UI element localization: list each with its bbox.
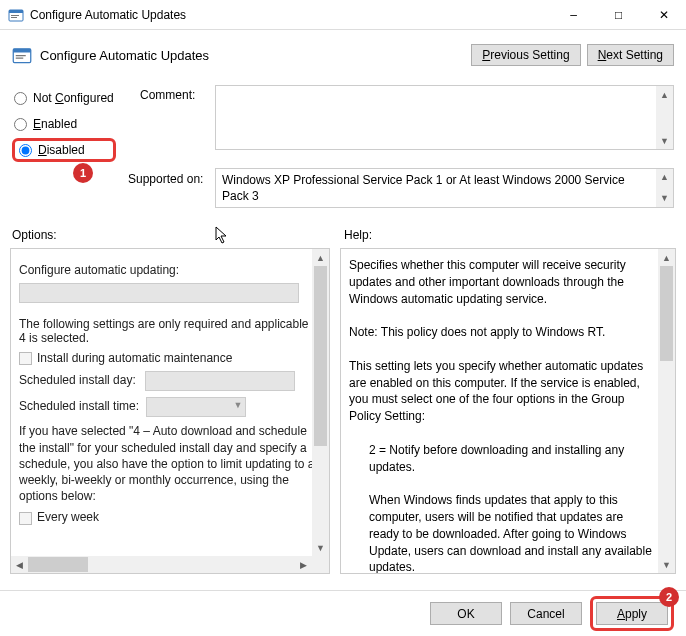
header-row: Configure Automatic Updates Previous Set…: [0, 30, 686, 74]
not-configured-label: Not Configured: [33, 91, 114, 105]
install-maintenance-checkbox: [19, 352, 32, 365]
svg-rect-1: [9, 10, 23, 13]
svg-rect-3: [11, 17, 17, 18]
svg-rect-6: [16, 55, 26, 56]
supported-on-label: Supported on:: [128, 172, 203, 186]
svg-rect-7: [16, 58, 24, 59]
close-button[interactable]: ✕: [641, 0, 686, 30]
supported-on-text: Windows XP Professional Service Pack 1 o…: [215, 168, 674, 208]
options-panel: Configure automatic updating: The follow…: [10, 248, 330, 574]
svg-rect-2: [11, 15, 19, 16]
disabled-highlight: Disabled: [12, 138, 116, 162]
help-panel: Specifies whether this computer will rec…: [340, 248, 676, 574]
disabled-label: Disabled: [38, 143, 85, 157]
enabled-label: Enabled: [33, 117, 77, 131]
help-text: 2 = Notify before downloading and instal…: [349, 442, 653, 476]
annotation-badge-2: 2: [659, 587, 679, 607]
options-text: If you have selected "4 – Auto download …: [19, 423, 321, 504]
scrollbar-horizontal[interactable]: ◀▶: [11, 556, 312, 573]
annotation-badge-1: 1: [73, 163, 93, 183]
scrollbar-vertical[interactable]: ▲▼: [656, 86, 673, 149]
titlebar: Configure Automatic Updates – □ ✕: [0, 0, 686, 30]
install-day-select: [145, 371, 295, 391]
help-text: Specifies whether this computer will rec…: [349, 257, 653, 307]
scrollbar-vertical[interactable]: ▲▼: [658, 249, 675, 573]
apply-button[interactable]: Apply: [596, 602, 668, 625]
policy-icon: [12, 45, 32, 65]
install-time-select: ▼: [146, 397, 246, 417]
options-text: The following settings are only required…: [19, 317, 321, 345]
scroll-corner: [312, 556, 329, 573]
scrollbar-vertical[interactable]: ▲▼: [312, 249, 329, 556]
scrollbar-vertical[interactable]: ▲▼: [656, 169, 673, 207]
header-title: Configure Automatic Updates: [40, 48, 465, 63]
comment-label: Comment:: [140, 88, 195, 102]
ok-button[interactable]: OK: [430, 602, 502, 625]
auto-updating-select: [19, 283, 299, 303]
options-text: Configure automatic updating:: [19, 263, 321, 277]
options-text: Scheduled install time:: [19, 400, 139, 414]
options-text: Every week: [37, 510, 99, 524]
help-text: Note: This policy does not apply to Wind…: [349, 324, 653, 341]
window-title: Configure Automatic Updates: [30, 8, 186, 22]
state-radio-group: Not Configured Enabled Disabled: [12, 85, 122, 163]
cancel-button[interactable]: Cancel: [510, 602, 582, 625]
help-text: When Windows finds updates that apply to…: [349, 492, 653, 574]
not-configured-radio[interactable]: [14, 92, 27, 105]
help-label: Help:: [344, 228, 372, 242]
help-text: This setting lets you specify whether au…: [349, 358, 653, 425]
dialog-footer: OK Cancel Apply 2: [0, 590, 686, 636]
apply-highlight: Apply 2: [590, 596, 674, 631]
enabled-radio[interactable]: [14, 118, 27, 131]
disabled-radio[interactable]: [19, 144, 32, 157]
comment-textarea[interactable]: ▲▼: [215, 85, 674, 150]
options-label: Options:: [12, 228, 57, 242]
previous-setting-button[interactable]: Previous Setting: [471, 44, 580, 66]
every-week-checkbox: [19, 512, 32, 525]
options-text: Install during automatic maintenance: [37, 351, 232, 365]
options-text: Scheduled install day:: [19, 374, 136, 388]
policy-icon: [8, 7, 24, 23]
svg-rect-5: [13, 49, 31, 53]
next-setting-button[interactable]: Next Setting: [587, 44, 674, 66]
maximize-button[interactable]: □: [596, 0, 641, 30]
minimize-button[interactable]: –: [551, 0, 596, 30]
cursor-icon: [215, 226, 229, 244]
